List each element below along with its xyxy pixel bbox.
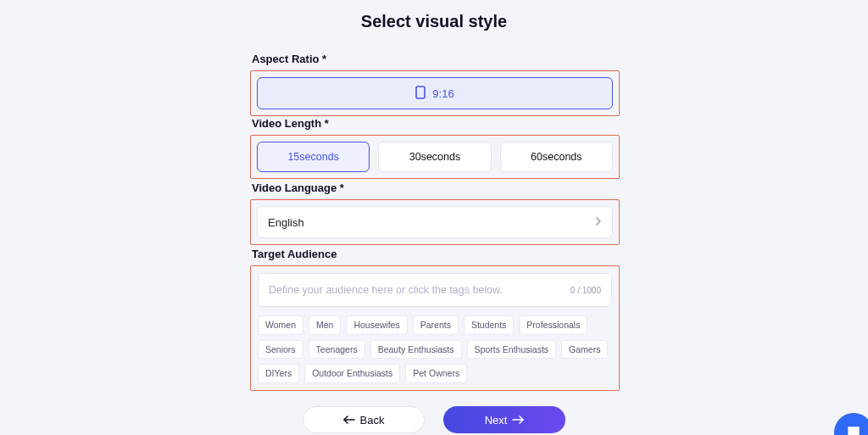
audience-tag[interactable]: Beauty Enthusiasts [370, 340, 462, 360]
target-audience-input[interactable]: Define your audience here or click the t… [258, 273, 612, 307]
next-button-label: Next [485, 414, 508, 427]
audience-tag[interactable]: Women [258, 315, 303, 335]
target-audience-section: Target Audience Define your audience her… [250, 248, 620, 391]
target-audience-placeholder: Define your audience here or click the t… [269, 284, 564, 296]
next-button[interactable]: Next [443, 406, 565, 433]
video-length-label: Video Length * [252, 117, 620, 130]
audience-tag[interactable]: DIYers [258, 364, 299, 383]
video-language-select[interactable]: English [257, 206, 613, 238]
video-length-option[interactable]: 60seconds [500, 142, 613, 172]
footer-actions: Back Next [0, 406, 868, 433]
aspect-ratio-section: Aspect Ratio * 9:16 [250, 53, 620, 116]
video-language-label: Video Language * [252, 181, 620, 194]
target-audience-group: Define your audience here or click the t… [250, 265, 620, 391]
arrow-right-icon [512, 414, 524, 427]
page-title: Select visual style [0, 12, 868, 31]
audience-tag[interactable]: Students [464, 315, 514, 335]
audience-tag[interactable]: Pet Owners [405, 364, 467, 383]
chevron-right-icon [595, 216, 602, 229]
aspect-ratio-value: 9:16 [432, 87, 453, 100]
video-language-group: English [250, 199, 620, 245]
target-audience-tags: WomenMenHousewifesParentsStudentsProfess… [258, 315, 612, 383]
video-length-group: 15seconds30seconds60seconds [250, 135, 620, 179]
target-audience-char-count: 0 / 1000 [570, 286, 601, 295]
video-length-option[interactable]: 30seconds [378, 142, 491, 172]
audience-tag[interactable]: Professionals [519, 315, 587, 335]
aspect-ratio-group: 9:16 [250, 70, 620, 116]
arrow-left-icon [343, 414, 355, 427]
video-length-section: Video Length * 15seconds30seconds60secon… [250, 117, 620, 179]
target-audience-label: Target Audience [252, 248, 620, 260]
audience-tag[interactable]: Men [309, 315, 341, 335]
audience-tag[interactable]: Seniors [258, 340, 303, 360]
audience-tag[interactable]: Sports Enthusiasts [467, 340, 557, 360]
audience-tag[interactable]: Parents [413, 315, 459, 335]
audience-tag[interactable]: Outdoor Enthusiasts [304, 364, 400, 383]
back-button-label: Back [360, 414, 385, 427]
aspect-ratio-9-16-button[interactable]: 9:16 [257, 77, 613, 109]
back-button[interactable]: Back [303, 406, 425, 433]
portrait-icon [415, 86, 426, 102]
aspect-ratio-label: Aspect Ratio * [252, 53, 620, 65]
video-length-option[interactable]: 15seconds [257, 142, 370, 172]
svg-rect-0 [416, 86, 425, 98]
audience-tag[interactable]: Housewifes [346, 315, 407, 335]
video-language-section: Video Language * English [250, 181, 620, 245]
video-language-value: English [268, 216, 304, 229]
audience-tag[interactable]: Gamers [561, 340, 608, 360]
audience-tag[interactable]: Teenagers [309, 340, 365, 360]
